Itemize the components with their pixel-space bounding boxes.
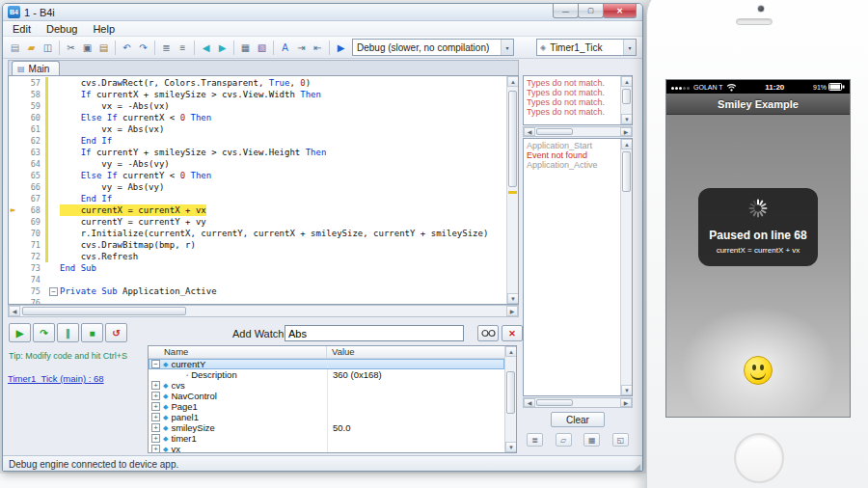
log-line[interactable]: Types do not match.	[527, 78, 630, 88]
close-button[interactable]: ✕	[603, 4, 637, 18]
watch-row[interactable]: +◆vx	[149, 444, 504, 452]
code-line[interactable]: 58 If currentX + smileySize > cvs.View.W…	[9, 89, 505, 100]
clear-logs-button[interactable]: Clear	[551, 412, 605, 427]
line-number[interactable]: 60	[9, 112, 45, 123]
line-number[interactable]: 63	[9, 147, 45, 158]
column-header-value[interactable]: Value	[327, 346, 516, 358]
replace-icon[interactable]: ≡	[175, 40, 191, 56]
restart-button[interactable]: ↺	[105, 323, 127, 342]
code-line[interactable]: 75−Private Sub Application_Active	[9, 285, 505, 297]
watch-expander[interactable]: +	[151, 423, 160, 432]
watch-row[interactable]: −◆currentY	[149, 359, 504, 369]
scroll-track[interactable]	[507, 87, 518, 293]
log-horizontal-scrollbar[interactable]: ◀▶	[523, 397, 633, 408]
line-number[interactable]: 69	[9, 216, 45, 228]
menu-edit[interactable]: Edit	[5, 22, 39, 36]
add-watch-button[interactable]	[477, 325, 499, 341]
scroll-thumb[interactable]	[622, 89, 631, 104]
line-number[interactable]: 62	[9, 135, 45, 147]
line-number[interactable]: 71	[9, 239, 45, 251]
watch-row[interactable]: +◆panel1	[149, 412, 504, 422]
cut-icon[interactable]: ✂	[63, 40, 79, 56]
watch-expander[interactable]: +	[151, 413, 160, 421]
minimize-button[interactable]: —	[553, 4, 579, 18]
scroll-right-button[interactable]: ▶	[620, 398, 632, 407]
scroll-down-button[interactable]: ▼	[507, 293, 519, 304]
scroll-track[interactable]	[621, 87, 632, 114]
line-number[interactable]: 66	[9, 181, 45, 193]
code-line[interactable]: 65 Else If currentY < 0 Then	[9, 170, 505, 181]
line-number[interactable]: 68►	[9, 204, 45, 216]
horizontal-scrollbar[interactable]: ◀▶	[523, 397, 633, 408]
scroll-up-button[interactable]: ▲	[621, 76, 633, 87]
redo-icon[interactable]: ↷	[135, 40, 151, 56]
scroll-right-button[interactable]: ▶	[506, 306, 518, 316]
logs-folder-icon[interactable]: ▱	[556, 433, 572, 447]
tab-main[interactable]: ▤ Main	[12, 61, 60, 75]
scroll-up-button[interactable]: ▲	[621, 139, 633, 149]
pause-button[interactable]: ∥	[57, 323, 79, 342]
paused-location-link[interactable]: Timer1_Tick (main) : 68	[8, 373, 104, 384]
watch-row[interactable]: +◆NavControl	[149, 391, 504, 401]
scroll-down-button[interactable]: ▼	[505, 442, 517, 452]
maximize-button[interactable]: ▢	[578, 4, 604, 18]
scroll-track[interactable]	[535, 127, 620, 136]
log-horizontal-scrollbar[interactable]: ◀▶	[523, 126, 633, 137]
log-line[interactable]: Application_Active	[527, 160, 630, 170]
scroll-thumb[interactable]	[22, 307, 186, 315]
run-icon[interactable]: ▶	[333, 40, 349, 56]
outdent-icon[interactable]: ⇤	[310, 40, 326, 56]
logs-expand-icon[interactable]: ◱	[612, 433, 629, 447]
code-line[interactable]: 69 currentY = currentY + vy	[9, 216, 505, 228]
line-number[interactable]: 61	[9, 123, 45, 135]
log-line[interactable]: Types do not match.	[527, 107, 630, 117]
vertical-scrollbar[interactable]: ▲▼	[504, 346, 516, 452]
column-header-name[interactable]: Name	[149, 346, 327, 358]
code-editor[interactable]: 57 cvs.DrawRect(r, Colors.Transparent, T…	[8, 75, 519, 305]
log-line[interactable]: Types do not match.	[527, 88, 630, 97]
scroll-thumb[interactable]	[508, 91, 517, 187]
watch-row[interactable]: +◆smileySize50.0	[149, 422, 504, 433]
open-folder-icon[interactable]: ▰	[23, 40, 40, 56]
menu-debug[interactable]: Debug	[39, 22, 85, 36]
log-line[interactable]: Types do not match.	[527, 97, 630, 107]
comment-icon[interactable]: A	[277, 40, 293, 56]
remove-watch-button[interactable]: ✕	[502, 325, 523, 341]
scroll-track[interactable]	[20, 306, 506, 316]
vertical-scrollbar[interactable]: ▲▼	[506, 76, 518, 304]
add-watch-input[interactable]	[285, 325, 464, 341]
code-line[interactable]: 66 vy = Abs(vy)	[9, 181, 505, 193]
scroll-left-button[interactable]: ◀	[524, 398, 535, 407]
code-line[interactable]: 72 cvs.Refresh	[9, 251, 505, 262]
line-number[interactable]: 67	[9, 193, 45, 204]
scroll-thumb[interactable]	[506, 371, 515, 414]
stop-button[interactable]: ■	[81, 323, 103, 342]
code-line[interactable]: 57 cvs.DrawRect(r, Colors.Transparent, T…	[9, 77, 505, 89]
scroll-down-button[interactable]: ▼	[621, 385, 633, 395]
code-line[interactable]: 60 Else If currentX < 0 Then	[9, 112, 505, 123]
code-lines[interactable]: 57 cvs.DrawRect(r, Colors.Transparent, T…	[9, 77, 505, 304]
code-line[interactable]: 59 vx = -Abs(vx)	[9, 100, 505, 112]
build-configuration-select[interactable]: Debug (slower, no compilation) ▾	[352, 39, 514, 56]
scroll-track[interactable]	[621, 149, 632, 385]
copy-icon[interactable]: ▣	[79, 40, 95, 56]
resume-button[interactable]: ▶	[9, 323, 31, 342]
code-line[interactable]: 61 vx = Abs(vx)	[9, 123, 505, 135]
line-number[interactable]: 73	[9, 262, 45, 274]
code-line[interactable]: 68► currentX = currentX + vx	[9, 204, 505, 216]
code-line[interactable]: 70 r.Initialize(currentX, currentY, curr…	[9, 228, 505, 239]
code-line[interactable]: 73End Sub	[9, 262, 505, 274]
scroll-left-button[interactable]: ◀	[524, 127, 535, 136]
log-line[interactable]: Event not found	[527, 150, 630, 160]
resize-grip[interactable]: ◢	[634, 462, 640, 472]
save-icon[interactable]: ◫	[40, 40, 56, 56]
line-number[interactable]: 70	[9, 228, 45, 239]
watch-row[interactable]: +◆Page1	[149, 401, 504, 412]
editor-horizontal-scrollbar[interactable]: ◀▶	[8, 305, 519, 317]
find-icon[interactable]: ≣	[158, 40, 175, 56]
line-number[interactable]: 74	[9, 274, 45, 285]
back-icon[interactable]: ◀	[198, 40, 214, 56]
watch-expander[interactable]: +	[151, 402, 160, 411]
scroll-right-button[interactable]: ▶	[620, 127, 632, 136]
code-line[interactable]: 74	[9, 274, 505, 285]
